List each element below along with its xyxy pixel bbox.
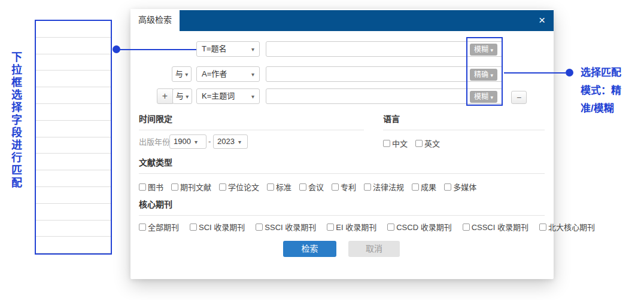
left-callout-line (119, 49, 196, 50)
field-option[interactable] (36, 137, 111, 154)
add-row-button[interactable]: + (157, 88, 173, 104)
checkbox-icon[interactable] (539, 224, 546, 231)
checkbox-label: CSCD 收录期刊 (396, 221, 451, 232)
checkbox-label: 专利 (341, 181, 356, 192)
core-journal-checkbox[interactable]: 全部期刊 (139, 221, 179, 232)
checkbox-icon[interactable] (332, 183, 339, 191)
year-from-value: 1900 (174, 137, 191, 146)
core-journal-options: 全部期刊SCI 收录期刊SSCI 收录期刊EI 收录期刊CSCD 收录期刊CSS… (139, 221, 606, 232)
checkbox-icon[interactable] (219, 183, 226, 191)
doctype-checkbox[interactable]: 多媒体 (444, 181, 476, 192)
checkbox-icon[interactable] (415, 140, 423, 147)
dialog-title-tab[interactable]: 高级检索 (130, 9, 180, 31)
field-option[interactable] (36, 154, 111, 170)
doctype-checkbox[interactable]: 标准 (267, 181, 291, 192)
checkbox-icon[interactable] (412, 183, 419, 191)
year-to-select[interactable]: 2023 (213, 134, 248, 149)
core-journal-checkbox[interactable]: 北大核心期刊 (539, 221, 595, 232)
checkbox-icon[interactable] (299, 183, 306, 191)
search-button[interactable]: 检索 (283, 241, 336, 257)
checkbox-icon[interactable] (171, 183, 178, 191)
field-option[interactable] (36, 187, 111, 204)
field-select-3-value: K=主题词 (202, 91, 235, 100)
field-select-3[interactable]: K=主题词 (196, 88, 260, 104)
logic-select-2[interactable]: 与 (172, 66, 192, 82)
checkbox-icon[interactable] (383, 140, 390, 147)
dialog-title-bar: × (180, 10, 554, 31)
section-title-doctype: 文献类型 (139, 156, 172, 168)
core-journal-checkbox[interactable]: SCI 收录期刊 (190, 221, 245, 232)
checkbox-label: 期刊文献 (180, 181, 211, 192)
publish-year-row: 出版年份: (139, 134, 172, 149)
field-option[interactable] (36, 221, 111, 237)
field-option[interactable] (36, 204, 111, 221)
logic-select-2-value: 与 (175, 69, 183, 78)
language-checkbox[interactable]: 英文 (415, 137, 440, 149)
year-from-select[interactable]: 1900 (169, 134, 206, 149)
divider (383, 130, 545, 130)
checkbox-icon[interactable] (327, 224, 334, 231)
checkbox-label: 成果 (421, 181, 436, 192)
doctype-checkbox[interactable]: 专利 (332, 181, 356, 192)
doctype-options: 图书期刊文献学位论文标准会议专利法律法规成果多媒体 (139, 181, 484, 192)
section-title-core: 核心期刊 (139, 198, 172, 210)
core-journal-checkbox[interactable]: SSCI 收录期刊 (256, 221, 316, 232)
field-option[interactable] (36, 38, 111, 54)
doctype-checkbox[interactable]: 会议 (299, 181, 324, 192)
doctype-checkbox[interactable]: 期刊文献 (171, 181, 211, 192)
close-icon[interactable]: × (539, 10, 545, 31)
doctype-checkbox[interactable]: 法律法规 (364, 181, 404, 192)
field-select-2[interactable]: A=作者 (196, 66, 260, 82)
divider (139, 130, 364, 130)
field-option[interactable] (36, 121, 111, 137)
checkbox-icon[interactable] (267, 183, 274, 191)
checkbox-icon[interactable] (139, 224, 146, 231)
publish-year-label: 出版年份: (139, 137, 172, 146)
language-checkbox[interactable]: 中文 (383, 137, 408, 149)
checkbox-icon[interactable] (190, 224, 197, 231)
chevron-down-icon (251, 89, 254, 104)
field-option[interactable] (36, 170, 111, 187)
checkbox-label: SSCI 收录期刊 (265, 221, 316, 232)
field-select-1-value: T=题名 (202, 44, 227, 53)
field-option[interactable] (36, 87, 111, 104)
language-options: 中文英文 (383, 137, 448, 149)
checkbox-icon[interactable] (463, 224, 470, 231)
chevron-down-icon (185, 69, 188, 78)
checkbox-icon[interactable] (444, 183, 451, 191)
doctype-checkbox[interactable]: 学位论文 (219, 181, 259, 192)
field-option[interactable] (36, 237, 111, 253)
core-journal-checkbox[interactable]: EI 收录期刊 (327, 221, 376, 232)
checkbox-label: 英文 (424, 137, 440, 149)
year-range-separator: - (208, 134, 211, 149)
right-callout-dot (566, 69, 573, 76)
field-option[interactable] (36, 21, 111, 38)
chevron-down-icon (191, 137, 198, 146)
checkbox-icon[interactable] (364, 183, 371, 191)
checkbox-label: 中文 (392, 137, 408, 149)
checkbox-icon[interactable] (387, 224, 394, 231)
logic-select-3[interactable]: 与 (172, 88, 192, 104)
cancel-button[interactable]: 取消 (348, 241, 400, 257)
field-dropdown-list (35, 20, 112, 255)
checkbox-label: 法律法规 (373, 181, 404, 192)
chevron-down-icon (251, 67, 254, 82)
checkbox-icon[interactable] (139, 183, 146, 191)
chevron-down-icon (235, 137, 241, 146)
checkbox-label: 标准 (276, 181, 291, 192)
field-option[interactable] (36, 104, 111, 121)
doctype-checkbox[interactable]: 成果 (412, 181, 436, 192)
checkbox-label: EI 收录期刊 (336, 221, 376, 232)
remove-row-button[interactable]: − (511, 91, 527, 104)
divider (139, 173, 545, 174)
doctype-checkbox[interactable]: 图书 (139, 181, 163, 192)
core-journal-checkbox[interactable]: CSSCI 收录期刊 (463, 221, 528, 232)
field-select-1[interactable]: T=题名 (196, 41, 260, 57)
chevron-down-icon (251, 42, 254, 57)
core-journal-checkbox[interactable]: CSCD 收录期刊 (387, 221, 451, 232)
field-option[interactable] (36, 54, 111, 71)
logic-select-3-value: 与 (176, 91, 184, 100)
checkbox-icon[interactable] (256, 224, 263, 231)
divider (139, 215, 545, 216)
field-option[interactable] (36, 71, 111, 87)
